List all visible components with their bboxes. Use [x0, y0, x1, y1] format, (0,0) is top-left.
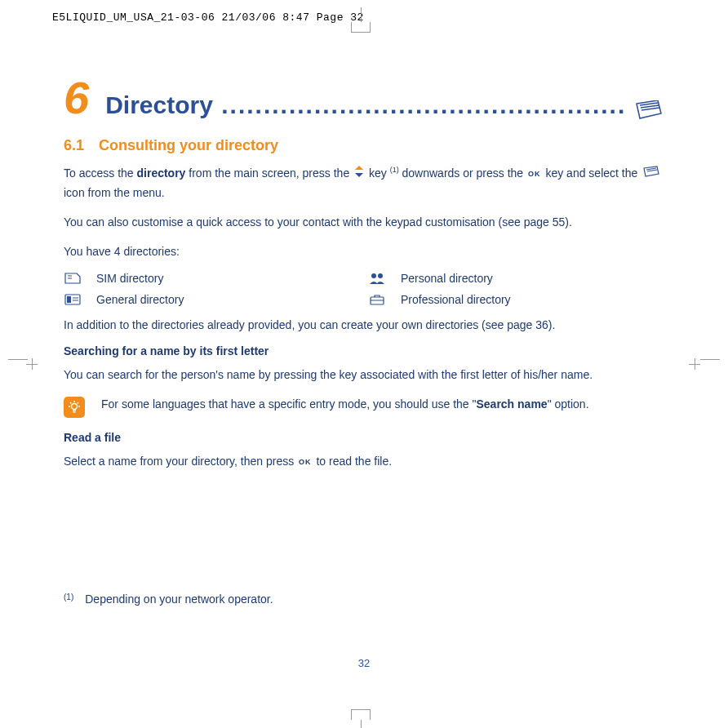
professional-directory-icon — [368, 293, 386, 306]
crop-mark-left — [16, 358, 39, 359]
content-area: 6 Directory ............................… — [64, 75, 664, 482]
note-block: For some languages that have a specific … — [64, 395, 664, 418]
sim-directory-label: SIM directory — [96, 272, 360, 285]
svg-marker-1 — [355, 173, 363, 177]
nav-updown-icon — [354, 164, 364, 184]
svg-line-15 — [78, 402, 78, 403]
svg-point-3 — [378, 273, 383, 278]
directory-list: SIM directory Personal directory General… — [64, 272, 664, 306]
page: E5LIQUID_UM_USA_21-03-06 21/03/06 8:47 P… — [0, 0, 728, 728]
chapter-dots: ........................................… — [213, 91, 626, 118]
subheading-search: Searching for a name by its first letter — [64, 344, 664, 357]
paragraph-2: You can also customise a quick access to… — [64, 213, 664, 233]
general-directory-label: General directory — [96, 293, 360, 306]
professional-directory-label: Professional directory — [401, 293, 664, 306]
svg-rect-5 — [67, 296, 71, 303]
section-number: 6.1 — [64, 137, 84, 154]
proof-header: E5LIQUID_UM_USA_21-03-06 21/03/06 8:47 P… — [52, 11, 364, 24]
ok-key-icon: OK — [528, 168, 541, 180]
paragraph-3: You have 4 directories: — [64, 242, 664, 262]
section-title: Consulting your directory — [99, 137, 278, 154]
footnote-mark: (1) — [64, 593, 73, 606]
chapter-title: Directory ..............................… — [105, 91, 664, 119]
svg-line-14 — [70, 402, 71, 403]
directory-book-icon — [633, 98, 664, 126]
chapter-number: 6 — [64, 75, 89, 121]
section-heading: 6.1 Consulting your directory — [64, 137, 664, 154]
paragraph-6: Select a name from your directory, then … — [64, 452, 664, 472]
personal-directory-icon — [368, 272, 386, 285]
paragraph-5: You can search for the person's name by … — [64, 366, 664, 385]
svg-marker-0 — [355, 166, 363, 170]
page-number: 32 — [0, 657, 728, 669]
general-directory-icon — [64, 293, 82, 306]
personal-directory-label: Personal directory — [401, 272, 664, 285]
sim-directory-icon — [64, 272, 82, 285]
ok-key-icon: OK — [299, 456, 312, 468]
svg-point-10 — [72, 404, 78, 410]
footnote: (1) Depending on your network operator. — [64, 593, 273, 606]
chapter-title-text: Directory — [105, 91, 213, 118]
paragraph-1: To access the directory from the main sc… — [64, 164, 664, 203]
crop-mark-right — [689, 358, 712, 359]
crop-mark-bottom — [351, 709, 371, 720]
svg-point-2 — [371, 273, 376, 278]
menu-book-icon — [642, 164, 660, 184]
crop-mark-top — [351, 22, 371, 33]
note-text: For some languages that have a specific … — [101, 395, 664, 415]
footnote-text: Depending on your network operator. — [85, 593, 273, 606]
tip-bulb-icon — [64, 397, 85, 418]
chapter-heading: 6 Directory ............................… — [64, 75, 664, 121]
subheading-readfile: Read a file — [64, 431, 664, 444]
paragraph-4: In addition to the directories already p… — [64, 316, 664, 335]
